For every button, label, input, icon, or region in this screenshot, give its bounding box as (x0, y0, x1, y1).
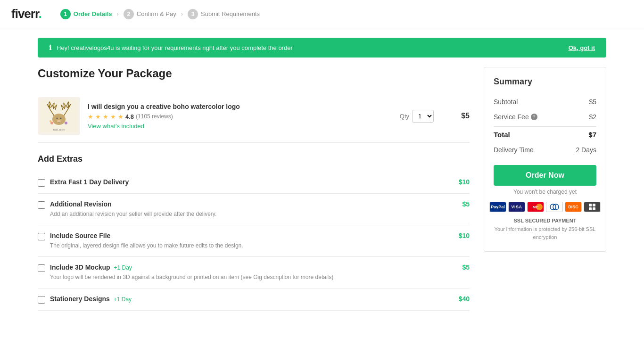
extra-tag-3: +1 Day (114, 264, 132, 271)
extra-checkbox-4[interactable] (38, 296, 45, 304)
svg-point-6 (50, 120, 51, 122)
step-1-label: Order Details (74, 10, 112, 17)
service-fee-label: Service Fee (494, 113, 529, 121)
extra-name-4: Stationery Designs (50, 295, 110, 303)
summary-total-row: Total $7 (494, 126, 596, 142)
order-now-button[interactable]: Order Now (494, 165, 596, 186)
gig-rating-row: ★ ★ ★ ★ ★ 4.8 (1105 reviews) (88, 113, 392, 120)
svg-point-3 (60, 118, 62, 119)
gig-reviews-count: (1105 reviews) (136, 113, 173, 120)
step-3-number: 3 (188, 9, 198, 19)
extra-desc-1: Add an additional revision your seller w… (50, 210, 446, 218)
summary-card: Summary Subtotal $5 Service Fee ? $2 Tot… (484, 67, 606, 252)
svg-point-1 (52, 114, 66, 125)
total-value: $7 (588, 131, 596, 139)
gig-title: I will design you a creative boho waterc… (88, 103, 392, 110)
total-label: Total (494, 131, 510, 139)
service-fee-info-icon[interactable]: ? (531, 114, 537, 120)
gig-info: I will design you a creative boho waterc… (88, 103, 392, 130)
notification-banner: ℹ Hey! creativelogos4u is waiting for yo… (38, 38, 606, 58)
extra-tag-4: +1 Day (114, 296, 132, 303)
main-content: Customize Your Package (0, 67, 644, 311)
step-1-number: 1 (60, 9, 71, 19)
step-1[interactable]: 1 Order Details (60, 9, 112, 19)
step-3: 3 Submit Requirements (188, 9, 260, 19)
ssl-text: SSL SECURED PAYMENT Your information is … (494, 217, 596, 242)
extra-price-0: $10 (451, 178, 470, 186)
extra-checkbox-3[interactable] (38, 264, 45, 272)
qty-label: Qty (400, 113, 409, 120)
star-3: ★ (103, 113, 108, 120)
step-arrow-1: › (117, 10, 119, 17)
star-5: ★ (118, 113, 124, 120)
svg-point-4 (57, 120, 61, 123)
step-2[interactable]: 2 Confirm & Pay (124, 9, 176, 19)
service-fee-value: $2 (589, 113, 596, 121)
banner-cta[interactable]: Ok, got it (569, 44, 595, 51)
extra-details-0: Extra Fast 1 Day Delivery (50, 178, 446, 186)
svg-rect-11 (589, 204, 592, 206)
extra-details-2: Include Source File The original, layere… (50, 232, 446, 250)
visa-icon: VISA (508, 202, 525, 212)
summary-subtotal-row: Subtotal $5 (494, 94, 596, 109)
summary-sidebar: Summary Subtotal $5 Service Fee ? $2 Tot… (484, 67, 606, 252)
extra-details-4: Stationery Designs +1 Day (50, 295, 446, 303)
extra-checkbox-2[interactable] (38, 233, 45, 240)
extra-item-2: Include Source File The original, layere… (38, 225, 470, 257)
diners-icon (546, 202, 563, 212)
paypal-icon: PayPal (489, 202, 506, 212)
extra-price-1: $5 (451, 200, 470, 208)
ssl-secure-label: SSL SECURED PAYMENT (494, 217, 596, 225)
extra-name-2: Include Source File (50, 232, 110, 239)
delivery-value: 2 Days (576, 146, 596, 154)
gig-quantity: Qty 1 2 3 (400, 110, 434, 123)
summary-delivery-row: Delivery Time 2 Days (494, 142, 596, 157)
extra-item-4: Stationery Designs +1 Day $40 (38, 288, 470, 311)
extra-name-3: Include 3D Mockup (50, 263, 110, 271)
subtotal-value: $5 (589, 98, 596, 106)
extra-desc-3: Your logo will be rendered in 3D against… (50, 273, 446, 281)
step-arrow-2: › (181, 10, 183, 17)
fiverr-logo[interactable]: fiverr. (11, 7, 41, 21)
extra-price-2: $10 (451, 232, 470, 239)
extra-name-0: Extra Fast 1 Day Delivery (50, 178, 129, 186)
extra-checkbox-0[interactable] (38, 179, 45, 187)
gig-thumbnail: Wild Spirit (38, 97, 80, 135)
extra-details-1: Additional Revision Add an additional re… (50, 200, 446, 218)
service-fee-label-container: Service Fee ? (494, 113, 537, 121)
gig-rating-value: 4.8 (125, 113, 134, 120)
extra-item-0: Extra Fast 1 Day Delivery $10 (38, 172, 470, 194)
star-4: ★ (110, 113, 116, 120)
svg-rect-14 (593, 207, 595, 210)
view-included-link[interactable]: View what's included (88, 123, 144, 130)
page-title: Customize Your Package (38, 67, 470, 80)
svg-text:Wild Spirit: Wild Spirit (53, 128, 65, 131)
discover-icon: DISC (565, 202, 582, 212)
step-3-label: Submit Requirements (201, 10, 260, 17)
svg-point-2 (57, 118, 58, 119)
breadcrumb: 1 Order Details › 2 Confirm & Pay › 3 Su… (60, 9, 260, 19)
summary-service-fee-row: Service Fee ? $2 (494, 109, 596, 124)
step-2-label: Confirm & Pay (137, 10, 176, 17)
payment-icons: PayPal VISA MC DISC (494, 202, 596, 212)
extra-price-4: $40 (451, 295, 470, 303)
svg-point-7 (65, 122, 67, 124)
gig-price: $5 (451, 112, 470, 120)
header: fiverr. 1 Order Details › 2 Confirm & Pa… (0, 0, 644, 28)
subtotal-label: Subtotal (494, 98, 518, 106)
extra-checkbox-1[interactable] (38, 201, 45, 209)
delivery-label: Delivery Time (494, 146, 534, 154)
extra-desc-2: The original, layered design file allows… (50, 241, 446, 250)
star-2: ★ (95, 113, 101, 120)
qty-select[interactable]: 1 2 3 (412, 110, 434, 123)
extra-price-3: $5 (451, 263, 470, 271)
content-area: Customize Your Package (38, 67, 470, 311)
grid-pay-icon (584, 202, 601, 212)
mastercard-icon: MC (527, 202, 544, 212)
step-2-number: 2 (124, 9, 134, 19)
extra-name-1: Additional Revision (50, 200, 112, 208)
banner-message: Hey! creativelogos4u is waiting for your… (57, 44, 293, 51)
extra-item-3: Include 3D Mockup +1 Day Your logo will … (38, 257, 470, 288)
svg-rect-12 (593, 204, 595, 206)
star-1: ★ (88, 113, 93, 120)
